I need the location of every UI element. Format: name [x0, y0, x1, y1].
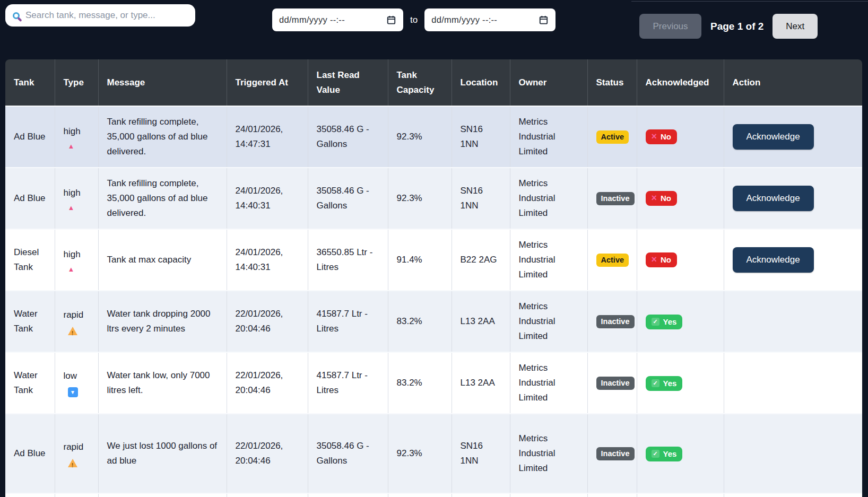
triggered-at: 22/01/2026, 20:04:46	[236, 309, 283, 334]
tank-capacity: 92.3%	[397, 448, 422, 458]
last-read-value: 35058.46 G - Gallons	[317, 186, 369, 211]
page-indicator: Page 1 of 2	[710, 21, 763, 32]
tank-name: Water Tank	[14, 370, 38, 395]
alert-type-label: low	[64, 369, 77, 383]
search-box[interactable]	[5, 4, 195, 27]
owner: Metrics Industrial Limited	[519, 178, 555, 218]
search-input[interactable]	[25, 10, 188, 21]
status-badge: Inactive	[596, 377, 635, 390]
table-row: Ad Blue rapid We just lost 1000 gallons …	[5, 414, 862, 493]
last-read-value: 36550.85 Ltr - Litres	[317, 247, 373, 272]
last-read-value: 35058.46 G - Gallons	[317, 441, 369, 466]
column-header-status: Status	[587, 59, 637, 106]
cross-icon	[652, 133, 657, 140]
acknowledged-label: No	[661, 255, 671, 265]
table-row: Water Tank rapid Water tank dropping 200…	[5, 291, 862, 352]
location: SN16 1NN	[461, 186, 483, 211]
tank-name: Ad Blue	[14, 193, 46, 203]
triggered-at: 24/01/2026, 14:40:31	[236, 247, 283, 272]
cross-icon	[652, 194, 657, 202]
last-read-value: 41587.7 Ltr - Litres	[317, 309, 368, 334]
table-header-row: Tank Type Message Triggered At Last Read…	[5, 59, 862, 106]
status-badge: Inactive	[596, 447, 635, 460]
column-header-owner: Owner	[510, 59, 587, 106]
table-row: Ad Blue high Tank refilling complete, 35…	[5, 168, 862, 229]
acknowledged-label: Yes	[663, 379, 677, 388]
triangle-up-icon	[68, 143, 75, 150]
acknowledged-badge: No	[646, 252, 678, 267]
column-header-location: Location	[452, 59, 510, 106]
end-date-input[interactable]: dd/mm/yyyy --:--	[424, 8, 555, 31]
date-range-separator: to	[410, 15, 418, 25]
column-header-last-read-value: Last Read Value	[308, 59, 388, 106]
tank-name: Diesel Tank	[14, 247, 39, 272]
alert-type-label: high	[64, 247, 81, 262]
alert-message: Water tank dropping 2000 ltrs every 2 mi…	[107, 309, 211, 334]
tank-capacity: 92.3%	[397, 193, 422, 203]
status-badge: Active	[596, 130, 629, 144]
owner: Metrics Industrial Limited	[519, 363, 555, 403]
owner: Metrics Industrial Limited	[519, 433, 555, 473]
alert-type-label: rapid	[64, 308, 84, 322]
tank-name: Water Tank	[14, 309, 38, 334]
acknowledged-label: No	[661, 132, 671, 142]
cross-icon	[652, 256, 657, 263]
previous-page-button[interactable]: Previous	[639, 14, 701, 39]
acknowledged-label: Yes	[663, 449, 677, 459]
status-badge: Active	[596, 254, 629, 267]
acknowledge-button[interactable]: Acknowledge	[733, 124, 814, 150]
check-icon	[652, 318, 659, 326]
check-icon	[652, 450, 659, 458]
column-header-type: Type	[55, 59, 98, 106]
search-icon	[13, 12, 20, 19]
column-header-message: Message	[98, 59, 227, 106]
partial-next-row	[5, 493, 862, 497]
location: L13 2AA	[461, 316, 495, 326]
alert-message: We just lost 1000 gallons of ad blue	[107, 441, 218, 466]
triggered-at: 24/01/2026, 14:47:31	[236, 124, 283, 149]
owner: Metrics Industrial Limited	[519, 240, 555, 280]
alert-type-label: high	[64, 186, 81, 200]
alert-type-label: high	[64, 124, 81, 139]
triggered-at: 22/01/2026, 20:04:46	[236, 441, 283, 466]
acknowledged-badge: Yes	[646, 315, 683, 329]
tank-name: Ad Blue	[14, 448, 46, 458]
end-date-value: dd/mm/yyyy --:--	[431, 15, 497, 25]
column-header-triggered-at: Triggered At	[227, 59, 308, 106]
column-header-action: Action	[724, 59, 862, 106]
alert-message: Tank at max capacity	[107, 255, 192, 265]
location: B22 2AG	[461, 255, 497, 265]
acknowledged-label: No	[661, 194, 671, 203]
tank-name: Ad Blue	[14, 132, 46, 142]
triangle-up-icon	[68, 204, 75, 211]
start-date-value: dd/mm/yyyy --:--	[279, 15, 345, 25]
alert-message: Tank refilling complete, 35,000 gallons …	[107, 117, 208, 156]
column-header-tank: Tank	[5, 59, 55, 106]
calendar-icon[interactable]	[539, 15, 549, 25]
date-range-filter: dd/mm/yyyy --:-- to dd/mm/yyyy --:--	[272, 8, 555, 31]
acknowledge-button[interactable]: Acknowledge	[733, 186, 814, 211]
table-row: Water Tank low Water tank low, only 7000…	[5, 352, 862, 414]
pagination: Previous Page 1 of 2 Next	[639, 14, 818, 39]
start-date-input[interactable]: dd/mm/yyyy --:--	[272, 8, 403, 31]
tank-capacity: 83.2%	[397, 378, 422, 388]
column-header-tank-capacity: Tank Capacity	[388, 59, 452, 106]
acknowledged-badge: Yes	[646, 376, 683, 391]
acknowledged-label: Yes	[663, 317, 677, 327]
status-badge: Inactive	[596, 315, 635, 328]
alert-message: Tank refilling complete, 35,000 gallons …	[107, 178, 208, 218]
acknowledge-button[interactable]: Acknowledge	[733, 247, 814, 273]
tank-capacity: 91.4%	[397, 255, 422, 265]
alert-message: Water tank low, only 7000 litres left.	[107, 370, 210, 395]
tank-capacity: 92.3%	[397, 132, 422, 142]
location: SN16 1NN	[461, 124, 483, 149]
status-badge: Inactive	[596, 192, 635, 205]
column-header-acknowledged: Acknowledged	[637, 59, 724, 106]
alert-type-label: rapid	[64, 440, 84, 455]
calendar-icon[interactable]	[386, 15, 396, 25]
owner: Metrics Industrial Limited	[519, 117, 555, 156]
triggered-at: 24/01/2026, 14:40:31	[236, 186, 283, 211]
location: L13 2AA	[461, 378, 495, 388]
triggered-at: 22/01/2026, 20:04:46	[236, 370, 283, 395]
next-page-button[interactable]: Next	[772, 14, 818, 39]
